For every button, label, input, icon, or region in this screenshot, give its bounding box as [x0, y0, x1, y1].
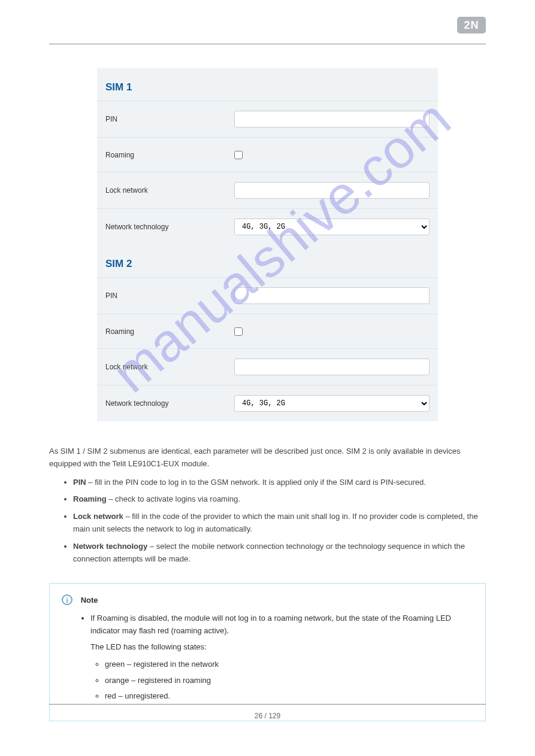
sim1-tech-label: Network technology — [105, 223, 234, 231]
note-sub-item: red – unregistered. — [105, 690, 473, 703]
list-item-label: PIN — [73, 478, 86, 487]
note-lead-text: If Roaming is disabled, the module will … — [90, 614, 451, 635]
note-body: If Roaming is disabled, the module will … — [76, 612, 473, 703]
list-item-text: – fill in the PIN code to log in to the … — [86, 478, 426, 487]
note-head: i Note — [62, 594, 473, 605]
sim2-lock-row: Lock network — [97, 348, 438, 385]
sim2-title: SIM 2 — [97, 245, 438, 277]
sim2-pin-label: PIN — [105, 292, 234, 300]
list-item-label: Lock network — [73, 512, 123, 521]
description-list: PIN – fill in the PIN code to log in to … — [49, 476, 486, 566]
note-sub-lead: The LED has the following states: — [90, 641, 473, 654]
list-item-text: – fill in the code of the provider to wh… — [73, 512, 478, 533]
sim1-lock-label: Lock network — [105, 186, 234, 195]
form-panel: SIM 1 PIN Roaming Lock network Network t… — [97, 68, 438, 421]
note-sub-item: orange – registered in roaming — [105, 675, 473, 687]
sim1-roaming-row: Roaming — [97, 137, 438, 172]
description-body: As SIM 1 / SIM 2 submenus are identical,… — [49, 445, 486, 565]
sim1-title: SIM 1 — [97, 68, 438, 101]
sim2-roaming-checkbox[interactable] — [234, 327, 243, 336]
list-item: Roaming – check to activate logins via r… — [73, 493, 486, 506]
list-item: PIN – fill in the PIN code to log in to … — [73, 476, 486, 489]
page-content: SIM 1 PIN Roaming Lock network Network t… — [0, 68, 535, 721]
sim2-pin-input[interactable] — [234, 287, 430, 304]
list-item-label: Roaming — [73, 494, 107, 503]
sim2-lock-input[interactable] — [234, 359, 430, 375]
note-box: i Note If Roaming is disabled, the modul… — [49, 583, 486, 721]
sim1-lock-input[interactable] — [234, 182, 430, 199]
sim1-pin-row: PIN — [97, 101, 438, 137]
note-sub-item: green – registered in the network — [105, 658, 473, 671]
sim2-pin-row: PIN — [97, 277, 438, 314]
note-lead-item: If Roaming is disabled, the module will … — [90, 612, 473, 703]
sim1-tech-select[interactable]: 4G, 3G, 2G — [234, 218, 430, 235]
page-footer: 26 / 129 — [49, 704, 486, 720]
info-icon: i — [62, 594, 72, 605]
sim1-lock-row: Lock network — [97, 172, 438, 208]
list-item: Network technology – select the mobile n… — [73, 541, 486, 566]
sim1-pin-label: PIN — [105, 115, 234, 123]
note-title: Note — [81, 596, 98, 605]
sim1-tech-row: Network technology 4G, 3G, 2G — [97, 208, 438, 245]
brand-logo: 2N — [457, 17, 486, 34]
sim2-tech-select[interactable]: 4G, 3G, 2G — [234, 395, 430, 412]
list-item-label: Network technology — [73, 542, 147, 551]
sim2-lock-label: Lock network — [105, 363, 234, 371]
sim2-tech-label: Network technology — [105, 399, 234, 408]
page-header: 2N — [49, 0, 486, 44]
sim2-roaming-row: Roaming — [97, 314, 438, 348]
sim2-roaming-label: Roaming — [105, 327, 234, 336]
list-item: Lock network – fill in the code of the p… — [73, 511, 486, 536]
list-item-text: – check to activate logins via roaming. — [107, 494, 240, 503]
sim1-pin-input[interactable] — [234, 111, 430, 127]
sim1-roaming-label: Roaming — [105, 151, 234, 159]
intro-paragraph: As SIM 1 / SIM 2 submenus are identical,… — [49, 445, 486, 470]
sim1-roaming-checkbox[interactable] — [234, 151, 243, 159]
sim2-tech-row: Network technology 4G, 3G, 2G — [97, 385, 438, 421]
